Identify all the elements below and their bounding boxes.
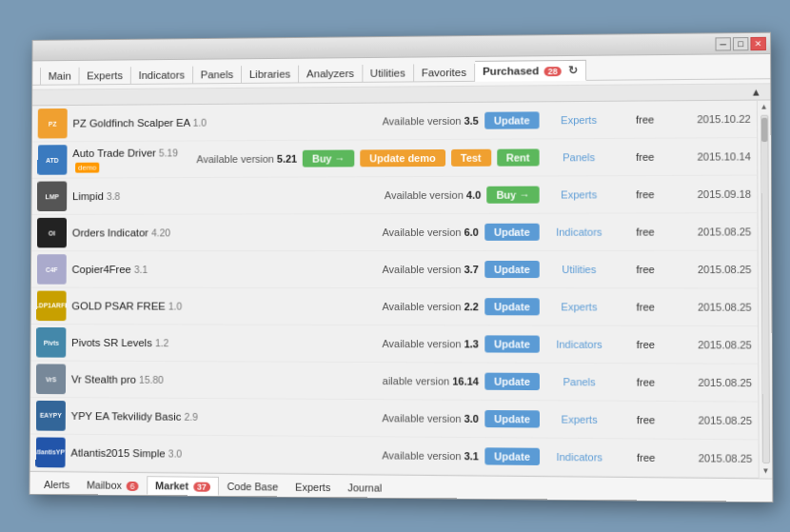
table-row: ATD Auto Trade Driver 5.19 demo Availabl… (32, 138, 758, 179)
table-row: GOLDP1ARFREE GOLD PSAR FREE 1.0 Availabl… (31, 287, 758, 325)
btn-update[interactable]: Update (484, 409, 540, 427)
scroll-track[interactable] (760, 114, 770, 463)
btn-update[interactable]: Update (484, 335, 540, 352)
available-text: Available version 3.0 (382, 412, 479, 424)
nav-libraries[interactable]: Libraries (242, 65, 299, 82)
product-name: Limpid 3.8 (72, 190, 120, 202)
btn-update[interactable]: Update (484, 260, 540, 277)
btn-update[interactable]: Update (484, 372, 540, 389)
price-value: free (619, 113, 672, 125)
nav-main[interactable]: Main (40, 67, 80, 84)
product-info: Orders Indicator 4.20 (72, 226, 170, 239)
row-right: Available version 6.0 Update Indicators … (382, 223, 751, 241)
bottom-tab-alerts[interactable]: Alerts (35, 475, 78, 494)
nav-panels[interactable]: Panels (193, 66, 242, 83)
row-right: Available version 4.0 Buy → Experts free… (385, 185, 751, 203)
product-version: 1.0 (193, 116, 207, 128)
scroll-down-arrow[interactable]: ▼ (761, 465, 769, 477)
table-row: AtlantisYPY Atlantis2015 Simple 3.0 Avai… (30, 434, 759, 478)
col-header-date (673, 86, 751, 98)
btn-buy--[interactable]: Buy → (486, 186, 539, 203)
date-value: 2015.08.25 (679, 339, 752, 350)
category-link[interactable]: Experts (545, 413, 613, 425)
category-link[interactable]: Experts (545, 301, 613, 312)
nav-indicators[interactable]: Indicators (131, 66, 193, 83)
btn-update[interactable]: Update (484, 111, 540, 128)
nav-favorites[interactable]: Favorites (414, 63, 475, 81)
nav-purchased[interactable]: Purchased 28 ↻ (475, 59, 586, 81)
row-left: VrS Vr Stealth pro 15.80 (36, 364, 383, 396)
product-icon: Pivts (36, 326, 66, 357)
category-link[interactable]: Indicators (545, 226, 613, 237)
product-icon: AtlantisYPY (35, 437, 65, 467)
maximize-button[interactable]: □ (733, 36, 748, 49)
row-left: OI Orders Indicator 4.20 (37, 217, 383, 247)
table-body: PZ PZ Goldfinch Scalper EA 1.0 Available… (30, 100, 759, 478)
date-value: 2015.08.25 (679, 414, 752, 426)
table-row: PZ PZ Goldfinch Scalper EA 1.0 Available… (32, 100, 757, 142)
category-link[interactable]: Indicators (545, 338, 613, 349)
btn-rent[interactable]: Rent (497, 148, 540, 166)
tab-badge: 6 (127, 481, 139, 490)
product-name: PZ Goldfinch Scalper EA 1.0 (72, 116, 207, 128)
category-link[interactable]: Panels (545, 375, 613, 387)
bottom-tab-mailbox[interactable]: Mailbox 6 (78, 475, 147, 495)
category-link[interactable]: Experts (545, 113, 613, 126)
date-value: 2015.08.25 (678, 263, 751, 274)
product-version: 3.1 (134, 264, 148, 275)
btn-update[interactable]: Update (484, 447, 540, 465)
price-value: free (619, 150, 672, 162)
nav-experts[interactable]: Experts (79, 67, 130, 84)
scrollbar[interactable]: ▲ ▼ (757, 100, 772, 478)
btn-update-demo[interactable]: Update demo (360, 148, 444, 166)
btn-update[interactable]: Update (484, 298, 540, 315)
category-link[interactable]: Utilities (545, 263, 613, 274)
table-row: C4F Copier4Free 3.1 Available version 3.… (31, 250, 758, 288)
available-text: Available version 2.2 (382, 300, 479, 311)
btn-buy--[interactable]: Buy → (303, 149, 354, 167)
btn-update[interactable]: Update (484, 223, 540, 240)
product-version: 1.2 (155, 337, 168, 348)
col-header-scroll: ▲ (751, 86, 764, 97)
product-name: GOLD PSAR FREE 1.0 (71, 300, 182, 311)
window-controls: ─ □ ✕ (715, 36, 765, 50)
table-row: OI Orders Indicator 4.20 Available versi… (31, 213, 758, 251)
category-link[interactable]: Indicators (545, 450, 613, 463)
minimize-button[interactable]: ─ (715, 36, 730, 49)
price-value: free (619, 376, 672, 387)
btn-test[interactable]: Test (451, 148, 491, 166)
product-name: Vr Stealth pro 15.80 (71, 373, 164, 384)
row-right: Available version 3.0 Update Experts fre… (382, 409, 752, 429)
product-info: Copier4Free 3.1 (72, 263, 148, 276)
refresh-icon[interactable]: ↻ (568, 63, 578, 76)
product-version: 2.9 (184, 410, 197, 422)
available-text: Available version 4.0 (385, 188, 481, 200)
col-header-name (38, 88, 528, 103)
table-container: PZ PZ Goldfinch Scalper EA 1.0 Available… (30, 100, 773, 478)
category-link[interactable]: Panels (545, 151, 613, 163)
bottom-tab-code-base[interactable]: Code Base (219, 476, 287, 496)
date-value: 2015.09.18 (678, 187, 751, 199)
row-left: LMP Limpid 3.8 (37, 180, 385, 211)
bottom-tab-journal[interactable]: Journal (339, 478, 390, 498)
nav-analyzers[interactable]: Analyzers (299, 65, 363, 82)
product-info: Limpid 3.8 (72, 189, 120, 203)
bottom-tab-experts[interactable]: Experts (286, 477, 339, 497)
category-link[interactable]: Experts (545, 188, 613, 200)
price-value: free (619, 413, 672, 425)
available-text: Available version 1.3 (382, 338, 479, 349)
row-left: GOLDP1ARFREE GOLD PSAR FREE 1.0 (36, 290, 382, 321)
nav-utilities[interactable]: Utilities (363, 64, 414, 81)
product-version: 4.20 (151, 227, 170, 238)
scroll-thumb[interactable] (761, 117, 767, 141)
price-value: free (619, 188, 672, 200)
product-icon: OI (37, 217, 67, 247)
bottom-tab-market[interactable]: Market 37 (147, 476, 218, 496)
close-button[interactable]: ✕ (750, 36, 766, 49)
main-window: ─ □ ✕ Main Experts Indicators Panels Lib… (29, 31, 773, 502)
scroll-up-arrow[interactable]: ▲ (760, 101, 768, 112)
row-right: ailable version 16.14 Update Panels free… (383, 372, 752, 391)
purchased-badge: 28 (544, 67, 562, 76)
product-icon: EAYPY (36, 400, 66, 430)
product-version: 1.0 (168, 300, 182, 311)
